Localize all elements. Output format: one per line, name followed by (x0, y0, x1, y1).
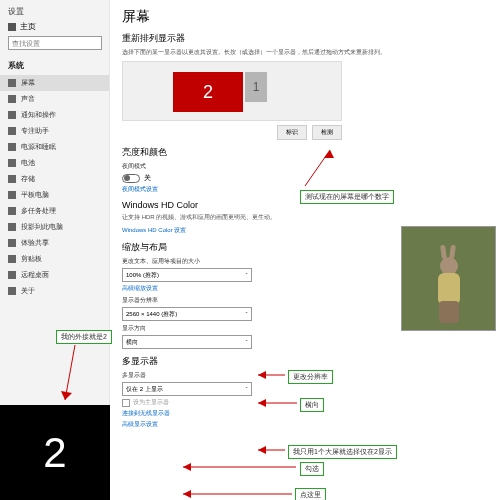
storage-icon (8, 175, 16, 183)
focus-icon (8, 127, 16, 135)
page-title: 屏幕 (122, 8, 492, 26)
night-mode-label: 夜间模式 (122, 162, 492, 171)
chevron-down-icon: ˅ (245, 339, 248, 346)
hdr-hint: 让支持 HDR 的视频、游戏和应用的画面更明亮、更生动。 (122, 213, 492, 222)
sidebar-item-about[interactable]: 关于 (0, 283, 109, 299)
night-mode-toggle[interactable]: 关 (122, 173, 492, 183)
multitask-icon (8, 207, 16, 215)
toggle-state: 关 (144, 173, 151, 183)
sidebar-item-multitask[interactable]: 多任务处理 (0, 203, 109, 219)
home-label: 主页 (20, 21, 36, 32)
home-icon (8, 23, 16, 31)
toggle-switch-icon (122, 174, 140, 183)
tablet-icon (8, 191, 16, 199)
notify-icon (8, 111, 16, 119)
sound-icon (8, 95, 16, 103)
share-icon (8, 239, 16, 247)
annotation-resolution: 更改分辨率 (288, 370, 333, 384)
resolution-dropdown[interactable]: 2560 × 1440 (推荐)˅ (122, 307, 252, 321)
sidebar-item-project[interactable]: 投影到此电脑 (0, 219, 109, 235)
identify-overlay: 2 (0, 405, 110, 500)
sidebar-item-tablet[interactable]: 平板电脑 (0, 187, 109, 203)
sidebar-item-focus[interactable]: 专注助手 (0, 123, 109, 139)
sidebar-item-notify[interactable]: 通知和操作 (0, 107, 109, 123)
sidebar-item-power[interactable]: 电源和睡眠 (0, 139, 109, 155)
annotation-identify: 测试现在的屏幕是哪个数字 (300, 190, 394, 204)
annotation-orientation: 横向 (300, 398, 324, 412)
monitor-1[interactable]: 1 (245, 72, 267, 102)
multi-display-heading: 多显示器 (122, 355, 492, 368)
identify-button[interactable]: 标识 (277, 125, 307, 140)
battery-icon (8, 159, 16, 167)
annotation-external: 我的外接就是2 (56, 330, 112, 344)
rearrange-heading: 重新排列显示器 (122, 32, 492, 45)
monitor-2[interactable]: 2 (173, 72, 243, 112)
detect-button[interactable]: 检测 (312, 125, 342, 140)
about-icon (8, 287, 16, 295)
project-icon (8, 223, 16, 231)
app-title: 设置 (8, 6, 101, 17)
home-nav[interactable]: 主页 (8, 21, 101, 32)
sidebar-item-storage[interactable]: 存储 (0, 171, 109, 187)
sidebar-item-display[interactable]: 屏幕 (0, 75, 109, 91)
monitor-arrangement[interactable]: 2 1 (122, 61, 342, 121)
clipboard-icon (8, 255, 16, 263)
sidebar-item-remote[interactable]: 远程桌面 (0, 267, 109, 283)
rearrange-hint: 选择下面的某一显示器以更改其设置。长按（或选择）一个显示器，然后通过拖动方式来重… (122, 48, 492, 57)
text-size-dropdown[interactable]: 100% (推荐)˅ (122, 268, 252, 282)
sidebar-item-share[interactable]: 体验共享 (0, 235, 109, 251)
sidebar-item-sound[interactable]: 声音 (0, 91, 109, 107)
sidebar-item-battery[interactable]: 电池 (0, 155, 109, 171)
annotation-checkbox: 勾选 (300, 462, 324, 476)
chevron-down-icon: ˅ (245, 311, 248, 318)
search-input[interactable] (8, 36, 102, 50)
power-icon (8, 143, 16, 151)
adv-display-link[interactable]: 高级显示设置 (122, 420, 492, 429)
chevron-down-icon: ˅ (245, 386, 248, 393)
orientation-dropdown[interactable]: 横向˅ (122, 335, 252, 349)
brightness-heading: 亮度和颜色 (122, 146, 492, 159)
remote-icon (8, 271, 16, 279)
chevron-down-icon: ˅ (245, 272, 248, 279)
annotation-multimode: 我只用1个大屏就选择仅在2显示 (288, 445, 397, 459)
multi-mode-dropdown[interactable]: 仅在 2 上显示˅ (122, 382, 252, 396)
rabbit-image (401, 226, 496, 331)
sidebar-item-clipboard[interactable]: 剪贴板 (0, 251, 109, 267)
sidebar-section: 系统 (0, 56, 109, 75)
display-icon (8, 79, 16, 87)
checkbox-icon (122, 399, 130, 407)
annotation-link: 点这里 (295, 488, 326, 500)
